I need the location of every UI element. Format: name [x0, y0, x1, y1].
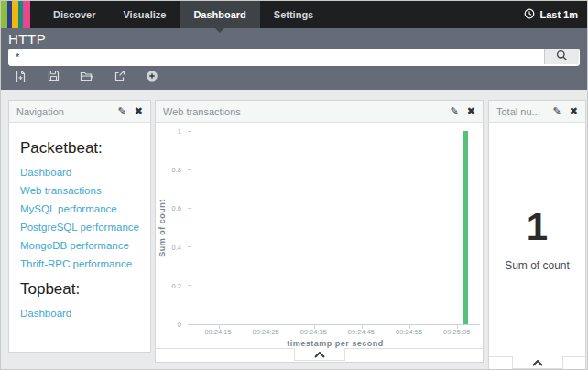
- open-dashboard-button[interactable]: [76, 69, 96, 85]
- x-tick-label: 09:24:35: [300, 328, 327, 336]
- x-tick-label: 09:24:25: [253, 328, 279, 336]
- y-tick-label: 0.8: [172, 166, 181, 174]
- save-dashboard-button[interactable]: [43, 69, 63, 85]
- share-icon: [114, 70, 125, 84]
- metric-label: Sum of count: [505, 259, 570, 272]
- panel-title: Web transactions: [163, 106, 451, 117]
- remove-panel-icon[interactable]: ✖: [135, 106, 143, 116]
- x-axis-tick-labels: 09:24:1509:24:2509:24:3509:24:4509:24:55…: [191, 328, 480, 337]
- panel-actions: ✎ ✖: [553, 106, 578, 116]
- panel-total-number: Total nu... ✎ ✖ 1 Sum of count: [488, 100, 586, 370]
- web-transactions-chart: Sum of count 10.80.60.40.20 09:24:1509:2…: [156, 123, 483, 349]
- collapse-panel-button[interactable]: [294, 348, 345, 361]
- nav-link-thrift-rpc-performance[interactable]: Thrift-RPC performance: [20, 258, 139, 269]
- nav-link-mongodb-performance[interactable]: MongoDB performance: [20, 240, 139, 251]
- y-tick-label: 0.6: [172, 204, 181, 212]
- tab-discover[interactable]: Discover: [39, 1, 109, 28]
- share-dashboard-button[interactable]: [109, 69, 129, 85]
- edit-panel-icon[interactable]: ✎: [451, 106, 459, 116]
- time-picker-button[interactable]: Last 1m: [515, 1, 587, 28]
- chevron-up-icon: [532, 355, 543, 369]
- tab-dashboard[interactable]: Dashboard: [180, 1, 259, 28]
- navigation-panel-body: Packetbeat:DashboardWeb transactionsMySQ…: [9, 123, 150, 332]
- add-visualization-icon: [146, 70, 158, 85]
- nav-link-dashboard[interactable]: Dashboard: [20, 167, 139, 178]
- search-icon: [556, 49, 568, 64]
- x-tick-label: 09:25:05: [443, 328, 470, 336]
- panel-title: Navigation: [16, 106, 118, 117]
- metric-value: 1: [527, 208, 548, 246]
- y-tick-mark: [188, 208, 191, 209]
- search-row: [8, 48, 580, 65]
- x-tick-label: 09:24:45: [348, 328, 375, 336]
- collapse-panel-button[interactable]: [512, 356, 563, 369]
- panel-title: Total nu...: [496, 106, 553, 117]
- y-axis-tick-labels: 10.80.60.40.20: [156, 131, 187, 324]
- chevron-up-icon: [314, 347, 325, 361]
- nav-link-web-transactions[interactable]: Web transactions: [20, 185, 139, 196]
- panel-web-transactions: Web transactions ✎ ✖ Sum of count 10.80.…: [155, 100, 484, 363]
- chart-bar[interactable]: [463, 131, 468, 324]
- dashboard-title: HTTP: [1, 28, 587, 47]
- kibana-logo[interactable]: [1, 1, 30, 28]
- panel-actions: ✎ ✖: [451, 106, 475, 116]
- edit-panel-icon[interactable]: ✎: [553, 106, 561, 116]
- time-picker-label: Last 1m: [539, 9, 578, 20]
- panel-total-number-header[interactable]: Total nu... ✎ ✖: [489, 101, 585, 123]
- save-dashboard-icon: [48, 70, 60, 84]
- nav-tabs: DiscoverVisualizeDashboardSettings: [39, 1, 327, 28]
- chart-plot-area: [191, 131, 480, 325]
- y-tick-label: 0: [178, 321, 181, 329]
- nav-link-mysql-performance[interactable]: MySQL performance: [20, 203, 139, 214]
- x-tick-label: 09:24:15: [204, 328, 231, 336]
- y-tick-label: 1: [178, 127, 181, 136]
- new-dashboard-button[interactable]: [10, 69, 30, 85]
- panel-actions: ✎ ✖: [118, 106, 143, 116]
- nav-link-postgresql-performance[interactable]: PostgreSQL performance: [20, 222, 139, 233]
- tab-visualize[interactable]: Visualize: [109, 1, 180, 28]
- dashboard-toolbar: [10, 69, 162, 85]
- add-visualization-button[interactable]: [142, 69, 162, 85]
- y-tick-mark: [188, 131, 191, 132]
- logo-stripe: [23, 1, 30, 28]
- open-folder-icon: [80, 71, 93, 84]
- query-input[interactable]: [8, 49, 580, 66]
- query-subbar: HTTP: [1, 28, 587, 90]
- nav-section-heading: Topbeat:: [20, 280, 139, 299]
- tab-settings[interactable]: Settings: [260, 1, 327, 28]
- top-navbar: DiscoverVisualizeDashboardSettings Last …: [1, 1, 587, 28]
- x-axis-title: timestamp per second: [191, 339, 480, 348]
- y-tick-mark: [188, 169, 191, 170]
- y-tick-mark: [188, 246, 191, 247]
- remove-panel-icon[interactable]: ✖: [570, 106, 578, 116]
- metric-visualization: 1 Sum of count: [489, 123, 585, 357]
- logo-stripe: [1, 1, 7, 28]
- nav-link-dashboard[interactable]: Dashboard: [20, 308, 139, 319]
- panel-navigation: Navigation ✎ ✖ Packetbeat:DashboardWeb t…: [8, 100, 151, 353]
- edit-panel-icon[interactable]: ✎: [118, 106, 126, 116]
- nav-section-heading: Packetbeat:: [20, 139, 139, 158]
- panel-web-transactions-header[interactable]: Web transactions ✎ ✖: [156, 101, 483, 123]
- y-tick-mark: [188, 285, 191, 286]
- clock-icon: [524, 8, 535, 21]
- remove-panel-icon[interactable]: ✖: [467, 106, 475, 116]
- kibana-dashboard-screen: DiscoverVisualizeDashboardSettings Last …: [0, 0, 588, 370]
- y-tick-label: 0.4: [172, 243, 181, 251]
- panel-footer: [156, 348, 483, 362]
- new-dashboard-icon: [15, 70, 27, 85]
- y-tick-label: 0.2: [172, 281, 181, 289]
- y-tick-mark: [188, 324, 191, 325]
- panel-navigation-header[interactable]: Navigation ✎ ✖: [9, 101, 150, 123]
- logo-stripe: [12, 1, 18, 28]
- search-button[interactable]: [544, 49, 579, 64]
- x-tick-label: 09:24:55: [396, 328, 422, 336]
- panel-footer: [489, 356, 585, 370]
- dashboard-grid: Navigation ✎ ✖ Packetbeat:DashboardWeb t…: [1, 90, 587, 369]
